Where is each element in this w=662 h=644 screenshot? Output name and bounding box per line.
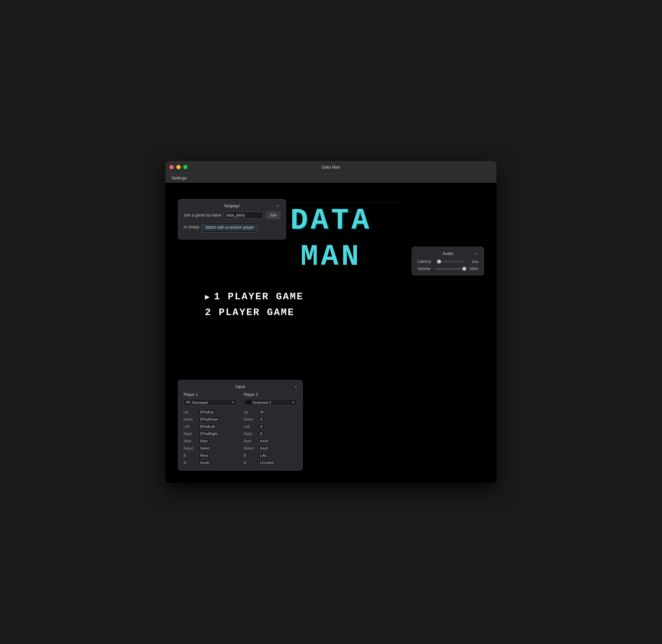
table-row: A LControl [244,459,297,466]
action-label: Right [184,430,197,437]
netplay-random-match[interactable]: Match with a random player [202,224,257,231]
game-area: DATA MAN ▶ 1 PLAYER GAME 2 PLAYER GAME [166,183,496,483]
table-row: Down S [244,416,297,423]
menu-item-1player-label: 1 PLAYER GAME [214,291,303,302]
audio-volume-value: 100% [467,267,478,271]
action-label: Select [244,444,257,452]
action-label: Up [184,408,197,416]
menu-items: ▶ 1 PLAYER GAME 2 PLAYER GAME [166,291,496,318]
p1-binding[interactable]: DPadUp [198,409,216,415]
input-columns: Player 1 🎮 Gamepad ▼ Up DPadUp Down DPad… [184,392,297,466]
action-label: B [184,452,197,459]
p2-binding[interactable]: Key0 [258,445,270,451]
p1-binding[interactable]: South [198,460,211,466]
minimize-button[interactable] [176,165,181,169]
action-label: Start [244,437,257,444]
main-window: Data Man Settings DATA MAN [166,161,496,483]
menu-item-2player[interactable]: 2 PLAYER GAME [205,307,294,318]
p2-binding[interactable]: W [258,409,265,415]
netplay-join-button[interactable]: Join [266,212,280,219]
p2-binding[interactable]: LControl [258,460,276,466]
netplay-dropdown: Match with a random player [202,222,257,233]
svg-text:DATA: DATA [290,204,372,237]
audio-popup: Audio × Latency 1ms Volume 100% [412,247,484,275]
input-panel-titlebar: Input × [184,384,297,389]
player1-column: Player 1 🎮 Gamepad ▼ Up DPadUp Down DPad… [184,392,237,466]
netplay-title: Netplay! [224,203,240,208]
player1-device-icon: 🎮 [186,400,190,405]
p2-binding[interactable]: A [258,423,264,430]
audio-latency-row: Latency 1ms [417,259,478,264]
netplay-join-label: Join a game by name [184,213,221,217]
player1-header: Player 1 [184,392,237,397]
close-button[interactable] [169,165,174,169]
input-panel-title: Input [236,384,245,389]
netplay-join-row: Join a game by name Join [184,212,280,219]
player1-device-arrow: ▼ [232,400,235,404]
table-row: Select Select [184,444,237,452]
table-row: Left A [244,423,297,430]
p2-binding[interactable]: D [258,431,265,437]
p2-binding[interactable]: LAlt [258,453,268,458]
titlebar: Data Man [166,161,496,174]
input-panel-close-button[interactable]: × [294,384,297,389]
input-panel: Input × Player 1 🎮 Gamepad ▼ Up DPadUp D… [178,380,303,470]
player1-device-label: Gamepad [192,400,232,405]
audio-close-button[interactable]: × [473,251,478,256]
player2-header: Player 2 [244,392,297,397]
netplay-game-input[interactable] [224,212,263,219]
audio-volume-label: Volume [417,267,434,271]
player2-column: Player 2 ⌨ Keyboard 2 ▼ Up W Down S Left… [244,392,297,466]
p2-binding[interactable]: Key9 [258,438,270,444]
player1-bindings-table: Up DPadUp Down DPadDown Left DPadLeft Ri… [184,408,237,466]
settings-menu[interactable]: Settings [169,175,189,181]
p2-binding[interactable]: S [258,416,264,422]
action-label: Right [244,430,257,437]
table-row: Right D [244,430,297,437]
table-row: Up W [244,408,297,416]
table-row: Start Start [184,437,237,444]
svg-text:MAN: MAN [301,240,361,274]
player2-bindings-table: Up W Down S Left A Right D Start Key9 Se… [244,408,297,466]
player2-device-arrow: ▼ [291,400,295,404]
p1-binding[interactable]: West [198,453,210,458]
action-label: Down [184,416,197,423]
audio-latency-slider[interactable] [436,261,464,262]
action-label: Left [184,423,197,430]
netplay-titlebar: Netplay! × [184,203,280,208]
netplay-close-button[interactable]: × [275,203,280,209]
menu-arrow-icon: ▶ [205,292,211,302]
p1-binding[interactable]: DPadRight [198,431,219,437]
audio-titlebar: Audio × [417,251,478,256]
table-row: Down DPadDown [184,416,237,423]
action-label: A [244,459,257,466]
netplay-or-row: or simply Match with a random player [184,222,280,233]
p1-binding[interactable]: DPadLeft [198,423,217,430]
p1-binding[interactable]: Start [198,438,210,444]
maximize-button[interactable] [183,165,188,169]
netplay-popup: Netplay! × Join a game by name Join or s… [178,199,286,239]
p1-binding[interactable]: DPadDown [198,416,220,422]
table-row: Right DPadRight [184,430,237,437]
action-label: Up [244,408,257,416]
audio-latency-thumb[interactable] [437,259,441,263]
table-row: Start Key9 [244,437,297,444]
menu-item-1player[interactable]: ▶ 1 PLAYER GAME [205,291,304,302]
netplay-or-label: or simply [184,225,199,229]
audio-volume-slider[interactable] [436,269,464,270]
player1-device-select[interactable]: 🎮 Gamepad ▼ [184,399,237,406]
audio-latency-value: 1ms [467,259,478,263]
audio-volume-thumb[interactable] [462,267,466,271]
menu-item-2player-label: 2 PLAYER GAME [205,307,294,318]
player2-device-label: Keyboard 2 [253,400,291,405]
traffic-lights [169,165,188,169]
audio-volume-row: Volume 100% [417,267,478,271]
action-label: Start [184,437,197,444]
audio-latency-label: Latency [417,259,434,264]
audio-volume-fill [436,269,464,270]
p1-binding[interactable]: Select [198,445,212,451]
player2-device-select[interactable]: ⌨ Keyboard 2 ▼ [244,399,297,406]
action-label: Left [244,423,257,430]
table-row: Select Key0 [244,444,297,452]
action-label: B [244,452,257,459]
